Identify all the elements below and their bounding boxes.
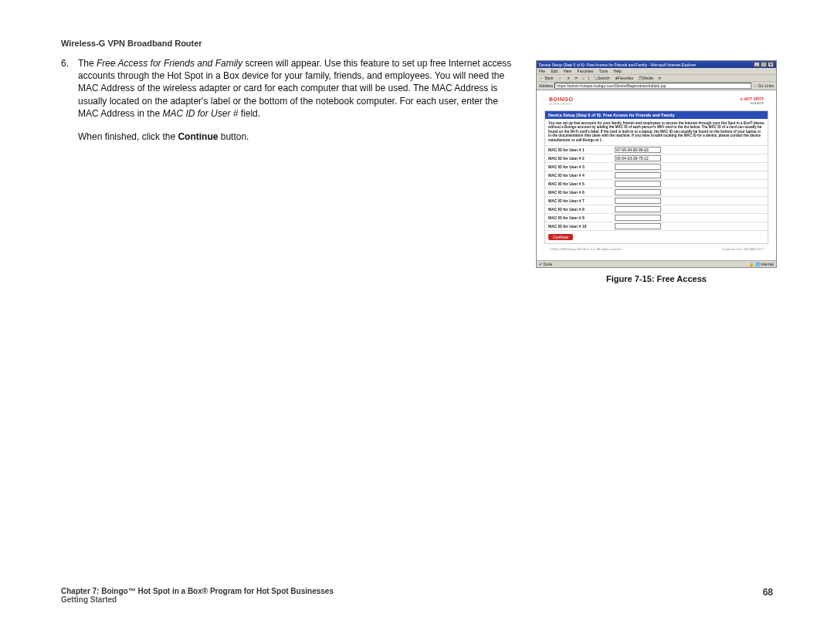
copyright: ©2001-2003 Boingo Wireless, Inc. All rig… bbox=[549, 247, 622, 251]
mac-label: MAC ID for User # 1 bbox=[545, 145, 612, 154]
mac-input[interactable] bbox=[615, 164, 661, 170]
table-row: MAC ID for User # 4 bbox=[545, 171, 768, 179]
mac-value-cell bbox=[612, 222, 768, 230]
ie-toolbar: ← Back → ✕ ⟳ ⌂ | 🔍Search ★Favorites 🎵Med… bbox=[537, 75, 776, 82]
status-done: ✔ Done bbox=[539, 262, 552, 266]
footer-section: Getting Started bbox=[61, 595, 773, 604]
para1-italic2: MAC ID for User # bbox=[162, 108, 238, 119]
mac-label: MAC ID for User # 2 bbox=[545, 154, 612, 162]
mac-label: MAC ID for User # 5 bbox=[545, 179, 612, 188]
mac-value-cell bbox=[612, 213, 768, 222]
window-title: Device Setup (Step 5 of 6): Free Access … bbox=[539, 63, 696, 67]
ie-titlebar: Device Setup (Step 5 of 6): Free Access … bbox=[537, 61, 776, 68]
mac-input[interactable] bbox=[615, 206, 661, 212]
table-row: MAC ID for User # 10 bbox=[545, 222, 768, 230]
stop-button[interactable]: ✕ bbox=[566, 76, 571, 80]
close-icon[interactable]: ✕ bbox=[768, 62, 774, 67]
content-footer: ©2001-2003 Boingo Wireless, Inc. All rig… bbox=[544, 244, 768, 253]
para2-suffix: button. bbox=[218, 131, 249, 142]
hotspot-sub: IN A BOX bbox=[740, 101, 764, 105]
ie-menubar: File Edit View Favorites Tools Help bbox=[537, 68, 776, 75]
ie-window: Device Setup (Step 5 of 6): Free Access … bbox=[536, 60, 777, 268]
mac-value-cell bbox=[612, 145, 768, 154]
menu-help[interactable]: Help bbox=[614, 69, 622, 73]
para1-prefix: The bbox=[78, 58, 97, 69]
mac-value-cell bbox=[612, 171, 768, 179]
ie-address-bar: Address https://admin.hotspot.boingo.com… bbox=[537, 82, 776, 90]
go-button[interactable]: → Go bbox=[753, 83, 763, 88]
blue-bar: Device Setup (Step 5 of 6): Free Access … bbox=[545, 111, 768, 119]
hotspot-logo: ♨ HOT SPOT IN A BOX bbox=[740, 97, 764, 105]
mac-label: MAC ID for User # 3 bbox=[545, 162, 612, 171]
history-button[interactable]: ⟲ bbox=[657, 76, 662, 80]
minimize-icon[interactable]: _ bbox=[754, 62, 760, 67]
continue-button[interactable]: Continue bbox=[548, 234, 573, 240]
boingo-sub: WIRELESS bbox=[549, 102, 573, 106]
step-number: 6. bbox=[61, 57, 69, 69]
mac-value-cell bbox=[612, 205, 768, 213]
search-button[interactable]: 🔍Search bbox=[592, 76, 611, 80]
table-row: MAC ID for User # 1 bbox=[545, 145, 768, 154]
mac-table: MAC ID for User # 1MAC ID for User # 2MA… bbox=[545, 145, 768, 243]
ie-content: BOINGO WIRELESS ♨ HOT SPOT IN A BOX Devi… bbox=[537, 90, 776, 260]
table-row: MAC ID for User # 5 bbox=[545, 179, 768, 188]
boingo-text: BOINGO bbox=[549, 97, 573, 102]
forward-button[interactable]: → bbox=[558, 76, 563, 80]
continue-row: Continue bbox=[545, 230, 768, 243]
mac-value-cell bbox=[612, 196, 768, 205]
menu-file[interactable]: File bbox=[539, 69, 545, 73]
table-row: MAC ID for User # 8 bbox=[545, 205, 768, 213]
brand-row: BOINGO WIRELESS ♨ HOT SPOT IN A BOX bbox=[544, 95, 768, 109]
para2-bold: Continue bbox=[178, 131, 218, 142]
mac-input[interactable] bbox=[615, 155, 661, 161]
table-row: MAC ID for User # 2 bbox=[545, 154, 768, 162]
boingo-logo: BOINGO WIRELESS bbox=[549, 97, 573, 106]
ie-status-bar: ✔ Done 🔒 🌐 Internet bbox=[537, 260, 776, 267]
mac-input[interactable] bbox=[615, 189, 661, 195]
refresh-button[interactable]: ⟳ bbox=[574, 76, 578, 80]
footer-chapter: Chapter 7: Boingo™ Hot Spot in a Box® Pr… bbox=[61, 587, 773, 595]
body-text: 6. The Free Access for Friends and Famil… bbox=[61, 57, 517, 143]
table-row: MAC ID for User # 7 bbox=[545, 196, 768, 205]
menu-edit[interactable]: Edit bbox=[551, 69, 558, 73]
status-zone: 🔒 🌐 Internet bbox=[749, 262, 774, 266]
page-header: Wireless-G VPN Broadband Router bbox=[61, 39, 202, 48]
mac-input[interactable] bbox=[615, 198, 661, 204]
menu-tools[interactable]: Tools bbox=[598, 69, 608, 73]
mac-label: MAC ID for User # 4 bbox=[545, 171, 612, 179]
para1-italic: Free Access for Friends and Family bbox=[97, 58, 242, 69]
maximize-icon[interactable]: □ bbox=[761, 62, 767, 67]
step-6: 6. The Free Access for Friends and Famil… bbox=[61, 57, 517, 143]
instructions: You can set up free accounts for your fa… bbox=[545, 119, 768, 144]
page-number: 68 bbox=[763, 587, 773, 598]
mac-value-cell bbox=[612, 162, 768, 171]
address-input[interactable]: https://admin.hotspot.boingo.com/DeviceR… bbox=[554, 83, 751, 89]
menu-favorites[interactable]: Favorites bbox=[578, 69, 594, 73]
favorites-button[interactable]: ★Favorites bbox=[614, 76, 635, 80]
mac-label: MAC ID for User # 7 bbox=[545, 196, 612, 205]
customer-care: Customer Care: 800-880-4117 bbox=[722, 247, 764, 251]
mac-input[interactable] bbox=[615, 215, 661, 221]
back-button[interactable]: ← Back bbox=[539, 76, 554, 80]
home-button[interactable]: ⌂ bbox=[581, 76, 585, 80]
table-row: MAC ID for User # 9 bbox=[545, 213, 768, 222]
mac-value-cell bbox=[612, 154, 768, 162]
mac-input[interactable] bbox=[615, 147, 661, 153]
mac-input[interactable] bbox=[615, 181, 661, 187]
mac-value-cell bbox=[612, 179, 768, 188]
window-buttons: _ □ ✕ bbox=[754, 62, 774, 67]
header-title: Wireless-G VPN Broadband Router bbox=[61, 39, 202, 48]
mac-label: MAC ID for User # 8 bbox=[545, 205, 612, 213]
mac-label: MAC ID for User # 6 bbox=[545, 188, 612, 196]
mac-value-cell bbox=[612, 188, 768, 196]
inner-box: Device Setup (Step 5 of 6): Free Access … bbox=[544, 110, 768, 244]
para2: When finished, click the Continue button… bbox=[78, 130, 517, 143]
menu-view[interactable]: View bbox=[563, 69, 571, 73]
media-button[interactable]: 🎵Media bbox=[637, 76, 654, 80]
mac-input[interactable] bbox=[615, 223, 661, 229]
para1-suffix: field. bbox=[238, 108, 260, 119]
page-footer: Chapter 7: Boingo™ Hot Spot in a Box® Pr… bbox=[61, 587, 773, 604]
mac-input[interactable] bbox=[615, 172, 661, 178]
table-row: MAC ID for User # 3 bbox=[545, 162, 768, 171]
links-label[interactable]: Links bbox=[764, 83, 774, 88]
